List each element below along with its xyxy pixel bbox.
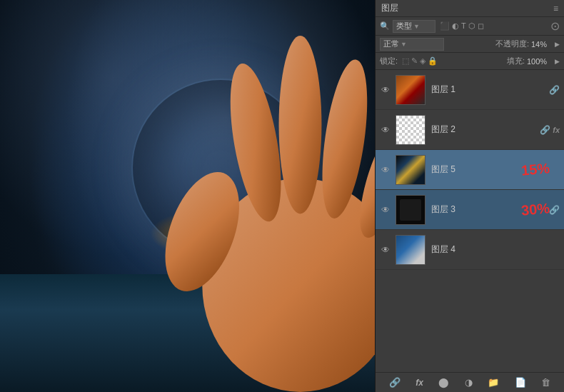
layer-thumbnail-layer2	[396, 115, 425, 145]
eye-icon-layer1[interactable]: 👁	[380, 84, 391, 96]
panel-top-icons: ≡	[553, 4, 558, 14]
filter-icons: ⬛ ◐ T ⬡ ◻	[440, 21, 484, 31]
search-icon: 🔍	[380, 21, 390, 31]
panel-menu-icon[interactable]: ≡	[553, 4, 558, 14]
layer-fx-icon-layer2: fx	[553, 126, 560, 134]
opacity-control: 不透明度: 14% ▶	[495, 39, 560, 49]
hand-silhouette	[113, 0, 376, 392]
layer-link-icon-layer1[interactable]: 🔗	[549, 85, 560, 95]
panel-header: 图层 ≡	[376, 0, 564, 17]
layer-item-layer2[interactable]: 👁图层 2🔗fx	[376, 110, 564, 150]
svg-point-3	[278, 36, 321, 214]
blend-mode-row: 正常 ▼ 不透明度: 14% ▶	[376, 36, 564, 53]
layers-panel: 图层 ≡ 🔍 类型 ▼ ⬛ ◐ T ⬡ ◻ ⊙ 正常	[375, 0, 564, 392]
app-container: 图层 ≡ 🔍 类型 ▼ ⬛ ◐ T ⬡ ◻ ⊙ 正常	[0, 0, 564, 392]
lock-position-icon[interactable]: ✎	[411, 56, 418, 66]
layers-toolbar: 🔗 fx ⬤ ◑ 📁 📄 🗑	[376, 372, 564, 392]
layer-link-icon-layer3[interactable]: 🔗	[549, 205, 560, 215]
layer-item-layer1[interactable]: 👁图层 1🔗	[376, 70, 564, 110]
layer-item-layer5[interactable]: 👁图层 515%	[376, 150, 564, 190]
eye-icon-layer4[interactable]: 👁	[380, 244, 391, 256]
eye-icon-layer5[interactable]: 👁	[380, 164, 391, 176]
pixel-filter-icon[interactable]: ⬛	[440, 21, 450, 31]
layer-thumbnail-layer4	[396, 235, 425, 265]
lock-pixels-icon[interactable]: ⬚	[402, 56, 409, 66]
delete-layer-button[interactable]: 🗑	[538, 376, 553, 389]
blend-mode-dropdown[interactable]: 正常 ▼	[380, 38, 444, 51]
eye-icon-layer3[interactable]: 👁	[380, 204, 391, 216]
new-group-button[interactable]: 📁	[485, 376, 502, 389]
layer-item-layer4[interactable]: 👁图层 4	[376, 230, 564, 270]
lock-all-icon[interactable]: 🔒	[428, 56, 438, 66]
filter-toggle[interactable]: ⊙	[550, 19, 560, 33]
adjustment-filter-icon[interactable]: ◐	[452, 21, 459, 31]
shape-filter-icon[interactable]: ⬡	[468, 21, 475, 31]
adjustment-button[interactable]: ◑	[462, 376, 475, 389]
layer-thumbnail-layer3	[396, 195, 425, 225]
opacity-arrow[interactable]: ▶	[555, 41, 560, 48]
smart-filter-icon[interactable]: ◻	[478, 21, 484, 31]
blend-chevron: ▼	[401, 41, 407, 48]
layer-item-layer3[interactable]: 👁图层 3🔗30%	[376, 190, 564, 230]
lock-icons: ⬚ ✎ ◈ 🔒	[402, 56, 438, 66]
fill-arrow[interactable]: ▶	[555, 58, 560, 65]
layer-name-layer4: 图层 4	[431, 243, 560, 256]
layer-thumbnail-layer5	[396, 155, 425, 185]
lock-artboard-icon[interactable]: ◈	[420, 56, 425, 66]
panel-title: 图层	[381, 2, 398, 14]
eye-icon-layer2[interactable]: 👁	[380, 124, 391, 136]
filter-row: 🔍 类型 ▼ ⬛ ◐ T ⬡ ◻ ⊙	[376, 17, 564, 36]
layer-name-layer3: 图层 3	[431, 203, 546, 216]
layer-link-icon-layer2[interactable]: 🔗	[540, 125, 550, 135]
layer-thumbnail-layer1	[396, 75, 425, 105]
layer-name-layer1: 图层 1	[431, 84, 546, 96]
add-fx-button[interactable]: fx	[413, 376, 426, 389]
new-layer-button[interactable]: 📄	[512, 376, 529, 389]
layers-list[interactable]: 👁图层 1🔗👁图层 2🔗fx👁图层 515%👁图层 3🔗30%👁图层 4	[376, 70, 564, 372]
lock-row: 锁定: ⬚ ✎ ◈ 🔒 填充: 100% ▶	[376, 53, 564, 70]
fill-control: 填充: 100% ▶	[507, 56, 560, 66]
filter-dropdown[interactable]: 类型 ▼	[393, 20, 435, 33]
layer-name-layer5: 图层 5	[431, 164, 560, 176]
add-mask-button[interactable]: ⬤	[435, 376, 452, 389]
link-layers-button[interactable]: 🔗	[386, 376, 403, 389]
canvas-area	[0, 0, 375, 392]
type-filter-icon[interactable]: T	[461, 21, 466, 31]
layer-name-layer2: 图层 2	[431, 124, 537, 136]
filter-chevron: ▼	[413, 23, 420, 30]
